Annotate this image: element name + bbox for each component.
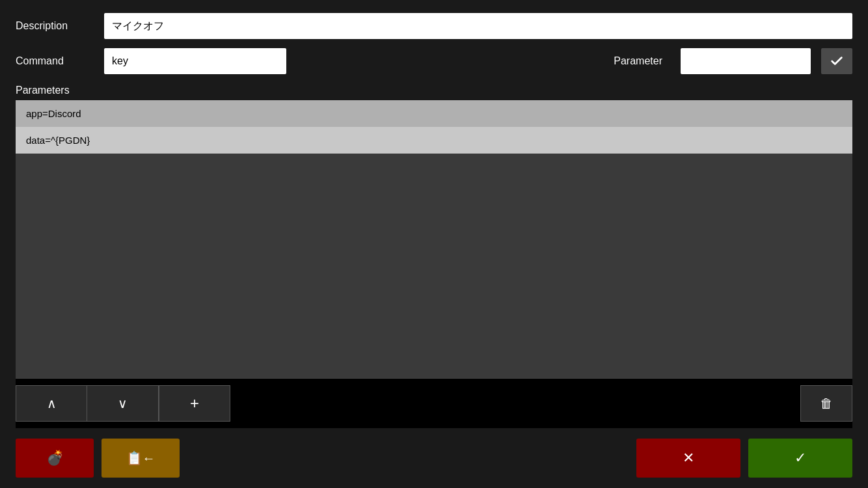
chevron-up-icon: ∧ [47, 396, 57, 411]
delete-parameter-button[interactable]: 🗑 [800, 385, 852, 422]
parameters-list: app=Discorddata=^{PGDN} [16, 100, 852, 378]
parameter-check-button[interactable] [821, 48, 852, 74]
list-item[interactable]: app=Discord [16, 100, 852, 127]
bomb-icon: 💣 [46, 450, 64, 467]
chevron-down-icon: ∨ [118, 396, 128, 411]
parameters-section: Parameters app=Discorddata=^{PGDN} [16, 85, 852, 378]
description-label: Description [16, 20, 94, 32]
move-up-button[interactable]: ∧ [16, 385, 87, 422]
controls-row: ∧ ∨ + 🗑 [16, 378, 852, 428]
command-input[interactable] [104, 48, 286, 74]
bomb-button[interactable]: 💣 [16, 439, 94, 478]
paste-button[interactable]: 📋← [102, 439, 180, 478]
cancel-button[interactable]: ✕ [636, 439, 740, 478]
trash-icon: 🗑 [820, 396, 833, 411]
confirm-button[interactable]: ✓ [748, 439, 852, 478]
description-input[interactable] [104, 13, 852, 39]
paste-icon: 📋← [126, 450, 156, 466]
command-label: Command [16, 55, 94, 67]
action-bar: 💣 📋← ✕ ✓ [16, 428, 852, 488]
parameter-label: Parameter [614, 55, 662, 67]
command-parameter-row: Command Parameter [16, 48, 852, 74]
cancel-icon: ✕ [683, 450, 694, 467]
add-parameter-button[interactable]: + [159, 385, 230, 422]
check-icon [830, 54, 844, 68]
description-row: Description [16, 13, 852, 39]
move-down-button[interactable]: ∨ [87, 385, 159, 422]
plus-icon: + [190, 394, 199, 413]
list-item[interactable]: data=^{PGDN} [16, 127, 852, 154]
parameter-input[interactable] [681, 48, 811, 74]
confirm-icon: ✓ [794, 450, 806, 467]
parameters-title: Parameters [16, 85, 852, 96]
